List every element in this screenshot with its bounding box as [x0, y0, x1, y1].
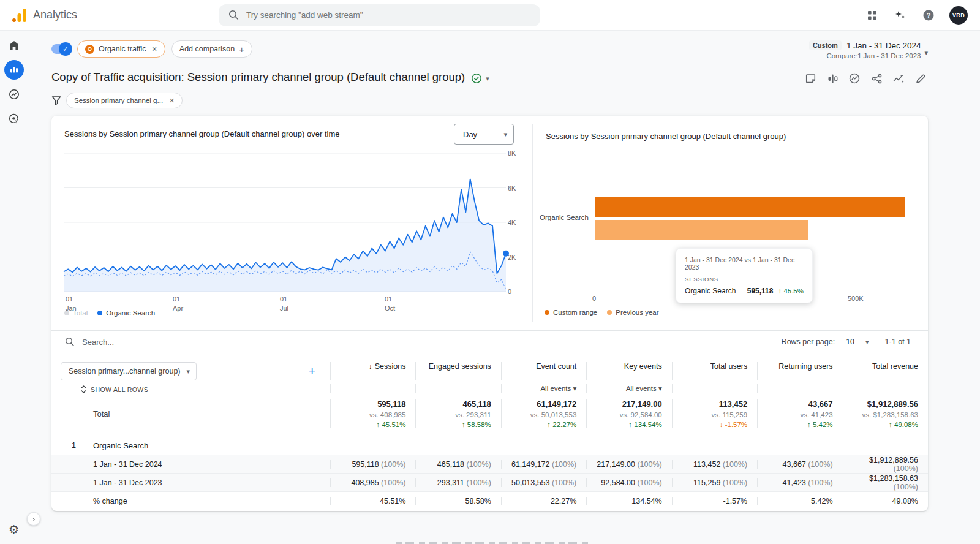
metric-percent: (100%) [806, 460, 833, 469]
date-range-picker[interactable]: Custom 1 Jan - 31 Dec 2024 Compare:1 Jan… [809, 40, 928, 59]
user-avatar[interactable]: VRD [949, 6, 968, 25]
nav-reports[interactable] [4, 60, 24, 80]
settings-gear-icon[interactable]: ⚙ [9, 524, 19, 535]
bar-category-label: Organic Search [532, 214, 589, 221]
granularity-select[interactable]: Day ▾ [454, 124, 514, 145]
share-icon[interactable] [869, 71, 884, 86]
column-header-label[interactable]: Sessions [375, 362, 406, 372]
column-header-label[interactable]: Engaged sessions [429, 362, 491, 372]
total-delta: ↑ 134.54% [587, 421, 662, 428]
help-icon[interactable]: ? [921, 8, 936, 23]
comparison-chip-label: Organic traffic [99, 45, 146, 53]
table-search-input[interactable]: Search... [82, 338, 114, 347]
metric-cell: 293,311 (100%) [415, 478, 500, 487]
analytics-logo-icon [11, 7, 27, 23]
remove-filter-icon[interactable]: ✕ [169, 97, 175, 105]
bar-custom-range[interactable] [595, 197, 905, 217]
column-subheader [843, 384, 928, 393]
bar-chart-title: Sessions by Session primary channel grou… [546, 132, 786, 141]
edit-comparisons-icon[interactable] [825, 71, 840, 86]
chevron-down-icon[interactable]: ▾ [865, 338, 869, 346]
rows-per-page-select[interactable]: 10 [846, 338, 854, 346]
all-events-select[interactable]: All events ▾ [626, 385, 662, 392]
tooltip-row-delta: ↑ 45.5% [778, 287, 804, 295]
chevron-down-icon: ▾ [187, 368, 190, 376]
column-header-label[interactable]: Total users [710, 362, 747, 372]
unfold-icon [81, 385, 86, 393]
comparison-chip-organic-traffic[interactable]: O Organic traffic ✕ [77, 40, 165, 58]
all-events-select[interactable]: All events ▾ [540, 385, 576, 392]
row-dimension-label: Organic Search [93, 441, 148, 450]
custom-range-legend-dot-icon [545, 310, 549, 315]
metric-value: 49.08% [892, 497, 918, 505]
column-header-key-events: Key events [586, 362, 671, 380]
metric-cell: $1,912,889.56 (100%) [843, 456, 928, 473]
add-metric-button[interactable]: + [309, 365, 315, 378]
show-all-rows-label: SHOW ALL ROWS [91, 386, 148, 393]
metric-value: 50,013,553 [511, 478, 550, 487]
legend-item-previous-year[interactable]: Previous year [607, 309, 658, 316]
total-vs-value: vs. 50,013,553 [502, 411, 576, 418]
metric-value: 41,423 [783, 478, 806, 487]
total-value: 43,667 [758, 399, 832, 409]
column-header-label[interactable]: Returning users [778, 362, 832, 372]
row-dimension-label: 1 Jan - 31 Dec 2023 [51, 478, 330, 487]
legend-item-organic-search[interactable]: Organic Search [97, 309, 155, 317]
y-tick: 0 [508, 288, 529, 295]
dimension-select[interactable]: Session primary...channel group) ▾ [61, 362, 197, 380]
report-title[interactable]: Copy of Traffic acquisition: Session pri… [51, 70, 465, 86]
edit-pencil-icon[interactable] [913, 71, 928, 86]
total-delta: ↑ 5.42% [758, 421, 832, 428]
column-subheader: All events ▾ [501, 384, 586, 393]
add-comparison-button[interactable]: Add comparison + [172, 40, 252, 58]
global-search-input[interactable]: Try searching "add web stream" [219, 4, 540, 26]
metric-value: 595,118 [352, 460, 379, 469]
clipped-footer-text [396, 542, 592, 544]
metric-cell: 22.27% [501, 497, 586, 505]
metric-cell: 134.54% [586, 497, 671, 505]
column-header-label[interactable]: Total revenue [872, 362, 918, 372]
bar-chart-panel: Sessions by Session primary channel grou… [532, 116, 928, 330]
nav-home[interactable] [4, 36, 24, 55]
metric-percent: (100%) [635, 460, 662, 469]
metric-cell: 5.42% [757, 497, 842, 505]
svg-text:?: ? [927, 12, 931, 19]
previous-year-legend-dot-icon [607, 310, 612, 315]
active-filter-chip[interactable]: Session primary channel g... ✕ [66, 93, 183, 108]
column-header-label[interactable]: Key events [624, 362, 662, 372]
legend-item-custom-range[interactable]: Custom range [545, 309, 597, 316]
table-row[interactable]: % change45.51%58.58%22.27%134.54%-1.57%5… [51, 491, 928, 510]
total-value: 465,118 [416, 399, 491, 409]
title-chevron-down-icon[interactable]: ▾ [486, 75, 489, 83]
remove-comparison-icon[interactable]: ✕ [152, 45, 157, 53]
column-subheader [757, 384, 842, 393]
brand[interactable]: Analytics [0, 7, 167, 23]
metric-value: 115,259 [693, 478, 720, 487]
apps-grid-icon[interactable] [865, 8, 880, 23]
insights-icon[interactable] [847, 71, 862, 86]
sessions-line-chart[interactable] [64, 153, 506, 292]
table-row[interactable]: 1 Jan - 31 Dec 2024595,118 (100%)465,118… [51, 455, 928, 473]
column-header-label[interactable]: Event count [536, 362, 576, 372]
sidebar-expand-button[interactable]: › [27, 512, 40, 526]
show-all-rows-button[interactable]: SHOW ALL ROWS [81, 385, 148, 393]
comparison-toggle[interactable]: ✓ [51, 44, 71, 54]
gemini-sparkle-icon[interactable] [893, 8, 908, 23]
table-row[interactable]: 1 Jan - 31 Dec 2023408,985 (100%)293,311… [51, 473, 928, 491]
metric-percent: (100%) [806, 478, 833, 487]
row-dimension-label: % change [51, 497, 330, 505]
comparison-color-icon: O [85, 45, 94, 54]
bar-x-tick-0: 0 [592, 295, 596, 302]
legend-label: Organic Search [106, 309, 155, 317]
metric-cell: 58.58% [415, 497, 500, 505]
metric-value: 61,149,172 [511, 460, 550, 469]
ai-insights-sparkline-icon[interactable] [891, 71, 906, 86]
table-row-organic-search[interactable]: 1 Organic Search [51, 441, 330, 450]
nav-explore[interactable] [4, 85, 24, 104]
legend-item-total[interactable]: Total [64, 309, 88, 317]
total-metric-cell: 217,149.00vs. 92,584.00↑ 134.54% [586, 399, 671, 428]
bar-previous-year[interactable] [595, 220, 808, 240]
nav-advertising[interactable] [4, 109, 24, 129]
notes-icon[interactable] [803, 71, 818, 86]
comparison-bar: ✓ O Organic traffic ✕ Add comparison + C… [51, 31, 928, 59]
